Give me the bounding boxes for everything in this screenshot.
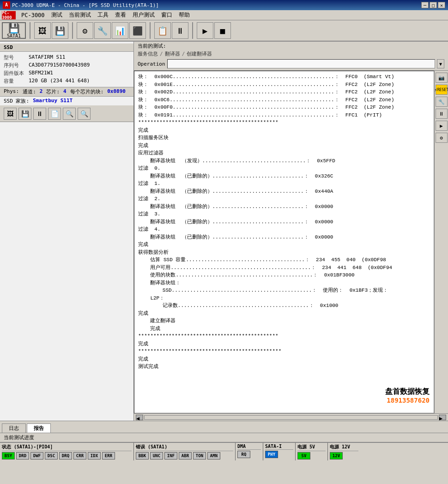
- led-unc: UNC: [150, 452, 163, 459]
- phys-label: Phys:: [4, 88, 19, 95]
- sidebar-icon-camera[interactable]: 📷: [436, 73, 448, 83]
- sidebar-icon-reset[interactable]: ⚡RESET: [436, 85, 448, 95]
- sidebar-icon-tool[interactable]: 🔧: [436, 97, 448, 107]
- log-line: 块： 0x0191...............................…: [138, 111, 430, 119]
- serial-value: CA3D0779150700043989: [29, 62, 90, 69]
- log-line: 过滤 4.: [138, 226, 430, 233]
- ctrl-btn-6[interactable]: 🔍: [78, 108, 91, 120]
- error-leds: BBK UNC INF ABR TON AMN: [136, 452, 233, 459]
- toolbar-btn-2[interactable]: 💾: [52, 22, 68, 39]
- menu-view[interactable]: 查看: [112, 10, 129, 20]
- main-area: SSD 型号 SATAFIRM S11 序列号 CA3D077915070004…: [0, 42, 448, 421]
- toolbar-btn-3[interactable]: ⚙: [77, 22, 93, 39]
- scroll-bar-area[interactable]: ◀ ▶: [134, 413, 448, 421]
- toolbar-btn-7[interactable]: 📋: [154, 22, 171, 39]
- menu-user-test[interactable]: 用户测试: [130, 10, 157, 20]
- sidebar-icon-pause[interactable]: ⏸: [436, 109, 448, 119]
- operation-dropdown[interactable]: ▼: [437, 59, 444, 68]
- power12v-leds: 12V: [330, 452, 358, 459]
- firmware-value: SBFM21W1: [29, 70, 53, 77]
- led-ton: TON: [193, 452, 206, 459]
- toolbar-btn-1[interactable]: 🖼: [34, 22, 51, 39]
- menu-test[interactable]: 测试: [48, 10, 65, 20]
- toolbar-section-3: 📋 ⏸: [154, 22, 188, 39]
- family-bar: SSD 家族: Smartbuy S11T: [0, 97, 133, 105]
- sidebar-icon-play[interactable]: ▶: [436, 121, 448, 131]
- menu-tools[interactable]: 工具: [95, 10, 111, 20]
- right-panel: 当前的测试: 服务信息 / 翻译器 / 创建翻译器 Operation ▼: [134, 42, 448, 421]
- minimize-button[interactable]: ─: [421, 2, 429, 8]
- close-button[interactable]: ✕: [438, 2, 445, 8]
- toolbar-section-1: 🖼 💾: [34, 22, 68, 39]
- separator-3: [150, 22, 151, 39]
- log-line: 记录数.....................................…: [138, 302, 430, 310]
- scroll-track[interactable]: [144, 415, 438, 420]
- sata-label: SATA1: [7, 34, 21, 38]
- led-dwf: DWF: [30, 452, 43, 459]
- status-header: 状态 (SATA1)-[PIO4]: [2, 444, 132, 451]
- current-test-header: 当前的测试: 服务信息 / 翻译器 / 创建翻译器 Operation ▼: [134, 42, 448, 71]
- led-idx: IDX: [88, 452, 101, 459]
- sidebar-icon-settings[interactable]: ⚙: [436, 133, 448, 143]
- toolbar-btn-5[interactable]: 📊: [112, 22, 128, 39]
- sata-indicator: 💾 SATA1: [2, 22, 26, 39]
- play-button[interactable]: ▶: [197, 22, 213, 39]
- led-dwf-box: DWF: [30, 452, 43, 459]
- channel-label: 通道:: [23, 88, 36, 95]
- status-satai-section: SATA-I PHY: [263, 443, 296, 460]
- family-label: SSD 家族:: [4, 98, 29, 104]
- title-bar-buttons[interactable]: ─ □ ✕: [421, 2, 445, 8]
- serial-label: 序列号: [4, 62, 27, 69]
- led-drq-box: DRQ: [59, 452, 72, 459]
- top-controls: 🖼 💾 ⏸ 📄 🔍 🔍: [0, 105, 133, 122]
- log-line: ****************************************…: [138, 119, 430, 127]
- menu-current-test[interactable]: 当前测试: [66, 10, 94, 20]
- status-leds: BSY DRD DWF DSC DRQ CRR IDX: [2, 452, 132, 459]
- ctrl-btn-4[interactable]: 📄: [48, 108, 61, 120]
- ctrl-btn-1[interactable]: 🖼: [4, 108, 17, 120]
- ssd-capacity-row: 容量 120 GB (234 441 648): [4, 77, 130, 85]
- toolbar-btn-6[interactable]: ⬛: [129, 22, 146, 39]
- type-value: SATAFIRM S11: [29, 54, 65, 61]
- log-line: 估算 SSD 容量...............................…: [138, 256, 430, 264]
- power5v-leds: 5V: [297, 452, 326, 459]
- log-line: 过滤 2.: [138, 195, 430, 203]
- tab-log[interactable]: 日志: [2, 423, 26, 433]
- log-area[interactable]: 块： 0x000C...............................…: [134, 71, 434, 413]
- led-bsy: BSY: [2, 452, 15, 459]
- status-bar: 状态 (SATA1)-[PIO4] BSY DRD DWF DSC DRQ: [0, 442, 448, 460]
- scroll-left-btn[interactable]: ◀: [136, 415, 143, 420]
- led-rq: RQ: [237, 451, 250, 458]
- log-line: 过滤 1.: [138, 180, 430, 188]
- menu-help[interactable]: 帮助: [176, 10, 193, 20]
- status-sata-section: 状态 (SATA1)-[PIO4] BSY DRD DWF DSC DRQ: [0, 443, 134, 460]
- status-error-section: 错误 (SATA1) BBK UNC INF ABR TON AMN: [134, 443, 236, 460]
- restore-button[interactable]: □: [430, 2, 437, 8]
- ctrl-btn-3[interactable]: ⏸: [33, 108, 46, 120]
- left-panel: SSD 型号 SATAFIRM S11 序列号 CA3D077915070004…: [0, 42, 134, 421]
- family-value: Smartbuy S11T: [33, 98, 73, 104]
- channel-value: 2: [40, 88, 43, 95]
- menu-pc3000[interactable]: PC-3000: [18, 11, 48, 19]
- stop-button[interactable]: ■: [214, 22, 231, 39]
- toolbar-btn-8[interactable]: ⏸: [172, 22, 188, 39]
- led-5v: 5V: [297, 452, 310, 459]
- log-line: 块： 0x00F0...............................…: [138, 104, 430, 111]
- led-abr: ABR: [179, 452, 192, 459]
- ctrl-btn-2[interactable]: 💾: [18, 108, 31, 120]
- window-title: PC-3000 UDMA-E - China - [PS SSD Utility…: [12, 2, 159, 8]
- log-line: 块： 0x000C...............................…: [138, 73, 430, 81]
- log-line: 翻译器块组 （已删除的）............................…: [138, 188, 430, 196]
- tab-report[interactable]: 报告: [27, 423, 51, 433]
- ctrl-btn-5[interactable]: 🔍: [63, 108, 76, 120]
- menu-window[interactable]: 窗口: [158, 10, 175, 20]
- current-test-label: 当前的测试:: [138, 43, 166, 49]
- capacity-value: 120 GB (234 441 648): [29, 78, 90, 85]
- ssd-header: SSD: [0, 43, 133, 52]
- toolbar-btn-4[interactable]: 🔧: [94, 22, 111, 39]
- operation-input[interactable]: [167, 59, 435, 68]
- chip-value: 4: [63, 88, 67, 95]
- log-line: 获得数据分析: [138, 249, 430, 257]
- bottom-tabs: 日志 报告: [0, 421, 448, 433]
- scroll-right-btn[interactable]: ▶: [439, 415, 446, 420]
